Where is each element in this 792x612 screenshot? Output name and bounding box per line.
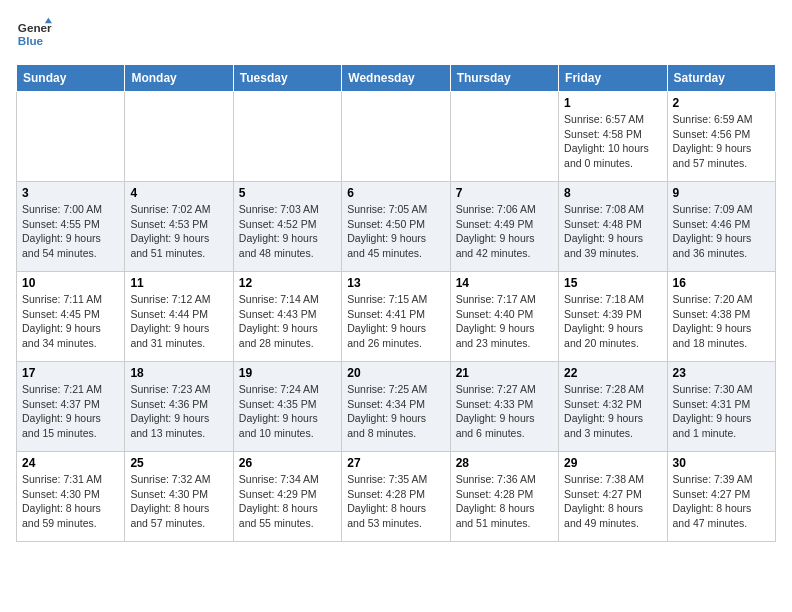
day-number: 6 bbox=[347, 186, 444, 200]
calendar-cell: 8Sunrise: 7:08 AM Sunset: 4:48 PM Daylig… bbox=[559, 182, 667, 272]
day-number: 28 bbox=[456, 456, 553, 470]
day-number: 27 bbox=[347, 456, 444, 470]
week-row-3: 10Sunrise: 7:11 AM Sunset: 4:45 PM Dayli… bbox=[17, 272, 776, 362]
day-info: Sunrise: 6:57 AM Sunset: 4:58 PM Dayligh… bbox=[564, 112, 661, 171]
calendar-cell bbox=[342, 92, 450, 182]
header: General Blue bbox=[16, 16, 776, 52]
day-info: Sunrise: 7:31 AM Sunset: 4:30 PM Dayligh… bbox=[22, 472, 119, 531]
day-info: Sunrise: 7:38 AM Sunset: 4:27 PM Dayligh… bbox=[564, 472, 661, 531]
col-header-tuesday: Tuesday bbox=[233, 65, 341, 92]
day-info: Sunrise: 7:27 AM Sunset: 4:33 PM Dayligh… bbox=[456, 382, 553, 441]
day-number: 21 bbox=[456, 366, 553, 380]
calendar-cell: 9Sunrise: 7:09 AM Sunset: 4:46 PM Daylig… bbox=[667, 182, 775, 272]
calendar-cell: 28Sunrise: 7:36 AM Sunset: 4:28 PM Dayli… bbox=[450, 452, 558, 542]
day-number: 14 bbox=[456, 276, 553, 290]
week-row-5: 24Sunrise: 7:31 AM Sunset: 4:30 PM Dayli… bbox=[17, 452, 776, 542]
day-info: Sunrise: 7:32 AM Sunset: 4:30 PM Dayligh… bbox=[130, 472, 227, 531]
calendar-cell: 26Sunrise: 7:34 AM Sunset: 4:29 PM Dayli… bbox=[233, 452, 341, 542]
calendar-cell: 4Sunrise: 7:02 AM Sunset: 4:53 PM Daylig… bbox=[125, 182, 233, 272]
day-number: 8 bbox=[564, 186, 661, 200]
day-number: 2 bbox=[673, 96, 770, 110]
day-number: 12 bbox=[239, 276, 336, 290]
calendar-cell: 13Sunrise: 7:15 AM Sunset: 4:41 PM Dayli… bbox=[342, 272, 450, 362]
col-header-wednesday: Wednesday bbox=[342, 65, 450, 92]
day-info: Sunrise: 7:35 AM Sunset: 4:28 PM Dayligh… bbox=[347, 472, 444, 531]
day-info: Sunrise: 7:18 AM Sunset: 4:39 PM Dayligh… bbox=[564, 292, 661, 351]
calendar-cell: 6Sunrise: 7:05 AM Sunset: 4:50 PM Daylig… bbox=[342, 182, 450, 272]
day-number: 24 bbox=[22, 456, 119, 470]
day-info: Sunrise: 7:15 AM Sunset: 4:41 PM Dayligh… bbox=[347, 292, 444, 351]
day-number: 15 bbox=[564, 276, 661, 290]
day-number: 1 bbox=[564, 96, 661, 110]
day-info: Sunrise: 7:02 AM Sunset: 4:53 PM Dayligh… bbox=[130, 202, 227, 261]
day-number: 20 bbox=[347, 366, 444, 380]
day-number: 3 bbox=[22, 186, 119, 200]
day-number: 11 bbox=[130, 276, 227, 290]
day-number: 30 bbox=[673, 456, 770, 470]
calendar-cell: 22Sunrise: 7:28 AM Sunset: 4:32 PM Dayli… bbox=[559, 362, 667, 452]
calendar-cell: 16Sunrise: 7:20 AM Sunset: 4:38 PM Dayli… bbox=[667, 272, 775, 362]
calendar-cell: 5Sunrise: 7:03 AM Sunset: 4:52 PM Daylig… bbox=[233, 182, 341, 272]
col-header-saturday: Saturday bbox=[667, 65, 775, 92]
calendar-table: SundayMondayTuesdayWednesdayThursdayFrid… bbox=[16, 64, 776, 542]
day-number: 18 bbox=[130, 366, 227, 380]
calendar-cell: 30Sunrise: 7:39 AM Sunset: 4:27 PM Dayli… bbox=[667, 452, 775, 542]
calendar-cell: 17Sunrise: 7:21 AM Sunset: 4:37 PM Dayli… bbox=[17, 362, 125, 452]
calendar-cell: 29Sunrise: 7:38 AM Sunset: 4:27 PM Dayli… bbox=[559, 452, 667, 542]
day-info: Sunrise: 7:20 AM Sunset: 4:38 PM Dayligh… bbox=[673, 292, 770, 351]
logo: General Blue bbox=[16, 16, 52, 52]
calendar-cell: 18Sunrise: 7:23 AM Sunset: 4:36 PM Dayli… bbox=[125, 362, 233, 452]
calendar-cell: 1Sunrise: 6:57 AM Sunset: 4:58 PM Daylig… bbox=[559, 92, 667, 182]
calendar-cell: 24Sunrise: 7:31 AM Sunset: 4:30 PM Dayli… bbox=[17, 452, 125, 542]
col-header-monday: Monday bbox=[125, 65, 233, 92]
day-info: Sunrise: 7:09 AM Sunset: 4:46 PM Dayligh… bbox=[673, 202, 770, 261]
day-info: Sunrise: 7:39 AM Sunset: 4:27 PM Dayligh… bbox=[673, 472, 770, 531]
calendar-cell: 27Sunrise: 7:35 AM Sunset: 4:28 PM Dayli… bbox=[342, 452, 450, 542]
calendar-cell: 20Sunrise: 7:25 AM Sunset: 4:34 PM Dayli… bbox=[342, 362, 450, 452]
day-number: 17 bbox=[22, 366, 119, 380]
col-header-friday: Friday bbox=[559, 65, 667, 92]
day-info: Sunrise: 7:23 AM Sunset: 4:36 PM Dayligh… bbox=[130, 382, 227, 441]
calendar-cell: 23Sunrise: 7:30 AM Sunset: 4:31 PM Dayli… bbox=[667, 362, 775, 452]
col-header-sunday: Sunday bbox=[17, 65, 125, 92]
day-info: Sunrise: 7:30 AM Sunset: 4:31 PM Dayligh… bbox=[673, 382, 770, 441]
day-info: Sunrise: 7:03 AM Sunset: 4:52 PM Dayligh… bbox=[239, 202, 336, 261]
calendar-cell: 15Sunrise: 7:18 AM Sunset: 4:39 PM Dayli… bbox=[559, 272, 667, 362]
day-info: Sunrise: 7:24 AM Sunset: 4:35 PM Dayligh… bbox=[239, 382, 336, 441]
header-row: SundayMondayTuesdayWednesdayThursdayFrid… bbox=[17, 65, 776, 92]
calendar-cell bbox=[125, 92, 233, 182]
week-row-2: 3Sunrise: 7:00 AM Sunset: 4:55 PM Daylig… bbox=[17, 182, 776, 272]
day-info: Sunrise: 7:17 AM Sunset: 4:40 PM Dayligh… bbox=[456, 292, 553, 351]
day-info: Sunrise: 7:14 AM Sunset: 4:43 PM Dayligh… bbox=[239, 292, 336, 351]
day-number: 23 bbox=[673, 366, 770, 380]
day-number: 13 bbox=[347, 276, 444, 290]
day-number: 29 bbox=[564, 456, 661, 470]
calendar-cell: 7Sunrise: 7:06 AM Sunset: 4:49 PM Daylig… bbox=[450, 182, 558, 272]
day-info: Sunrise: 7:12 AM Sunset: 4:44 PM Dayligh… bbox=[130, 292, 227, 351]
day-number: 5 bbox=[239, 186, 336, 200]
calendar-cell bbox=[17, 92, 125, 182]
calendar-cell: 19Sunrise: 7:24 AM Sunset: 4:35 PM Dayli… bbox=[233, 362, 341, 452]
calendar-cell: 25Sunrise: 7:32 AM Sunset: 4:30 PM Dayli… bbox=[125, 452, 233, 542]
calendar-cell: 3Sunrise: 7:00 AM Sunset: 4:55 PM Daylig… bbox=[17, 182, 125, 272]
day-number: 7 bbox=[456, 186, 553, 200]
calendar-cell: 21Sunrise: 7:27 AM Sunset: 4:33 PM Dayli… bbox=[450, 362, 558, 452]
calendar-cell: 14Sunrise: 7:17 AM Sunset: 4:40 PM Dayli… bbox=[450, 272, 558, 362]
day-info: Sunrise: 7:00 AM Sunset: 4:55 PM Dayligh… bbox=[22, 202, 119, 261]
day-number: 26 bbox=[239, 456, 336, 470]
day-info: Sunrise: 6:59 AM Sunset: 4:56 PM Dayligh… bbox=[673, 112, 770, 171]
calendar-cell: 2Sunrise: 6:59 AM Sunset: 4:56 PM Daylig… bbox=[667, 92, 775, 182]
week-row-4: 17Sunrise: 7:21 AM Sunset: 4:37 PM Dayli… bbox=[17, 362, 776, 452]
week-row-1: 1Sunrise: 6:57 AM Sunset: 4:58 PM Daylig… bbox=[17, 92, 776, 182]
day-info: Sunrise: 7:25 AM Sunset: 4:34 PM Dayligh… bbox=[347, 382, 444, 441]
calendar-cell bbox=[450, 92, 558, 182]
day-number: 16 bbox=[673, 276, 770, 290]
day-info: Sunrise: 7:34 AM Sunset: 4:29 PM Dayligh… bbox=[239, 472, 336, 531]
calendar-cell bbox=[233, 92, 341, 182]
day-info: Sunrise: 7:06 AM Sunset: 4:49 PM Dayligh… bbox=[456, 202, 553, 261]
day-info: Sunrise: 7:36 AM Sunset: 4:28 PM Dayligh… bbox=[456, 472, 553, 531]
day-info: Sunrise: 7:21 AM Sunset: 4:37 PM Dayligh… bbox=[22, 382, 119, 441]
day-number: 9 bbox=[673, 186, 770, 200]
calendar-cell: 11Sunrise: 7:12 AM Sunset: 4:44 PM Dayli… bbox=[125, 272, 233, 362]
day-number: 10 bbox=[22, 276, 119, 290]
